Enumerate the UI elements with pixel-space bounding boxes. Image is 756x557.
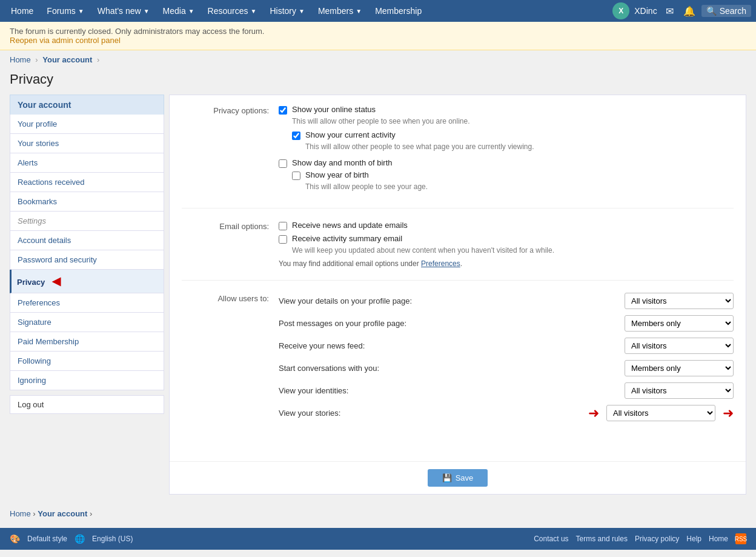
sidebar: Your account Your profile Your stories A… (10, 95, 164, 495)
save-button[interactable]: 💾 Save (428, 469, 488, 487)
show-current-activity-row: Show your current activity (292, 130, 734, 140)
arrow-annotation-privacy: ◀ (52, 275, 61, 287)
allow-news-feed-label: Receive your news feed: (279, 341, 620, 350)
show-online-status-label: Show your online status (292, 105, 376, 114)
show-birth-year-checkbox[interactable] (292, 172, 300, 180)
nav-history[interactable]: History ▼ (264, 0, 310, 22)
show-online-status-checkbox[interactable] (279, 106, 287, 115)
receive-news-row: Receive news and update emails (279, 221, 734, 230)
allow-news-feed-select[interactable]: All visitors Members only Nobody (625, 338, 734, 354)
footer-bar: 🎨 Default style 🌐 English (US) Contact u… (0, 528, 756, 550)
history-chevron-icon: ▼ (299, 8, 305, 15)
privacy-options-fields: Show your online status This will allow … (279, 105, 734, 196)
sidebar-item-your-profile[interactable]: Your profile (10, 115, 164, 134)
sidebar-item-your-stories[interactable]: Your stories (10, 134, 164, 153)
receive-activity-label: Receive activity summary email (292, 234, 402, 243)
footer-help[interactable]: Help (686, 535, 701, 543)
sidebar-item-reactions-received[interactable]: Reactions received (10, 173, 164, 192)
sidebar-item-following[interactable]: Following (10, 352, 164, 371)
breadcrumb-sep-1: › (35, 55, 38, 64)
allow-post-messages-select[interactable]: All visitors Members only Nobody (625, 315, 734, 332)
save-section: 💾 Save (170, 461, 746, 494)
footer-english[interactable]: English (US) (92, 535, 133, 543)
show-current-activity-checkbox[interactable] (292, 132, 300, 140)
sidebar-item-account-details[interactable]: Account details (10, 231, 164, 250)
footer-terms[interactable]: Terms and rules (576, 535, 628, 543)
receive-activity-checkbox[interactable] (279, 235, 287, 244)
avatar[interactable]: X (612, 2, 629, 19)
receive-activity-row: Receive activity summary email (279, 234, 734, 244)
nav-media[interactable]: Media ▼ (157, 0, 201, 22)
allow-conversations-label: Start conversations with you: (279, 364, 620, 373)
sidebar-item-password-security[interactable]: Password and security (10, 250, 164, 270)
allow-view-identities-label: View your identities: (279, 386, 620, 395)
sidebar-item-preferences[interactable]: Preferences (10, 293, 164, 313)
alert-link[interactable]: Reopen via admin control panel (10, 36, 121, 45)
receive-news-label: Receive news and update emails (292, 221, 408, 230)
bell-icon[interactable]: 🔔 (680, 5, 699, 17)
media-chevron-icon: ▼ (188, 8, 194, 15)
show-online-status-sub: This will allow other people to see when… (292, 117, 734, 125)
rss-icon[interactable]: RSS (735, 533, 746, 544)
show-current-activity-sub: This will allow other people to see what… (305, 142, 734, 151)
show-birth-year-label: Show year of birth (305, 170, 369, 179)
footer-breadcrumb-your-account[interactable]: Your account (38, 509, 87, 518)
search-button[interactable]: 🔍 Search (701, 5, 751, 17)
breadcrumb-your-account[interactable]: Your account (42, 55, 92, 64)
logout-button[interactable]: Log out (10, 395, 164, 414)
allow-users-section: Allow users to: View your details on you… (182, 293, 734, 439)
email-options-label: Email options: (182, 221, 279, 268)
allow-view-stories-label: View your stories: (279, 409, 583, 418)
allow-view-identities-row: View your identities: All visitors Membe… (279, 382, 734, 399)
privacy-options-label: Privacy options: (182, 105, 279, 196)
allow-conversations-select[interactable]: All visitors Members only Nobody (625, 360, 734, 376)
nav-forums[interactable]: Forums ▼ (41, 0, 90, 22)
preferences-link[interactable]: Preferences (421, 259, 460, 268)
sidebar-item-bookmarks[interactable]: Bookmarks (10, 192, 164, 212)
arrow-annotation-stories-left: ➜ (588, 405, 599, 421)
nav-whats-new[interactable]: What's new ▼ (91, 0, 156, 22)
footer-home[interactable]: Home (709, 535, 728, 543)
username-label[interactable]: XDinc (632, 6, 659, 16)
mail-icon[interactable]: ✉ (662, 5, 677, 17)
sidebar-item-ignoring[interactable]: Ignoring (10, 371, 164, 390)
forums-chevron-icon: ▼ (78, 8, 84, 15)
sidebar-item-alerts[interactable]: Alerts (10, 153, 164, 173)
allow-view-details-select[interactable]: All visitors Members only Nobody (625, 293, 734, 309)
footer-default-style[interactable]: Default style (27, 535, 67, 543)
footer-breadcrumb-home[interactable]: Home (10, 509, 31, 518)
footer-privacy-policy[interactable]: Privacy policy (635, 535, 679, 543)
nav-right-section: X XDinc ✉ 🔔 🔍 Search (612, 2, 751, 19)
show-birthday-checkbox[interactable] (279, 159, 287, 168)
content-inner: Privacy options: Show your online status… (170, 95, 746, 461)
footer-contact-us[interactable]: Contact us (534, 535, 568, 543)
sidebar-item-privacy[interactable]: Privacy ◀ (10, 270, 164, 293)
allow-users-label: Allow users to: (182, 293, 279, 427)
allow-post-messages-row: Post messages on your profile page: All … (279, 315, 734, 332)
nav-members[interactable]: Members ▼ (312, 0, 368, 22)
show-birth-year-sub: This will allow people to see your age. (305, 182, 734, 191)
content-area: Privacy options: Show your online status… (169, 95, 746, 495)
sidebar-item-signature[interactable]: Signature (10, 313, 164, 332)
allow-post-messages-label: Post messages on your profile page: (279, 319, 620, 328)
search-icon: 🔍 (706, 6, 717, 16)
breadcrumb-top: Home › Your account › (0, 50, 756, 69)
members-chevron-icon: ▼ (356, 8, 362, 15)
receive-activity-sub: We will keep you updated about new conte… (292, 246, 734, 255)
allow-view-details-label: View your details on your profile page: (279, 296, 620, 305)
allow-view-identities-select[interactable]: All visitors Members only Nobody (625, 382, 734, 399)
email-options-fields: Receive news and update emails Receive a… (279, 221, 734, 268)
alert-message: The forum is currently closed. Only admi… (10, 27, 264, 36)
allow-view-stories-select[interactable]: All visitors Members only Nobody (606, 405, 715, 421)
nav-home[interactable]: Home (5, 0, 39, 22)
nav-resources[interactable]: Resources ▼ (202, 0, 263, 22)
arrow-annotation-stories-right: ➜ (723, 405, 734, 421)
sidebar-item-paid-membership[interactable]: Paid Membership (10, 332, 164, 352)
nav-membership[interactable]: Membership (369, 0, 428, 22)
allow-news-feed-row: Receive your news feed: All visitors Mem… (279, 338, 734, 354)
breadcrumb-home[interactable]: Home (10, 55, 31, 64)
footer-left: 🎨 Default style 🌐 English (US) (10, 534, 133, 544)
show-online-status-row: Show your online status (279, 105, 734, 115)
allow-view-stories-row: View your stories: ➜ All visitors Member… (279, 405, 734, 421)
receive-news-checkbox[interactable] (279, 222, 287, 230)
